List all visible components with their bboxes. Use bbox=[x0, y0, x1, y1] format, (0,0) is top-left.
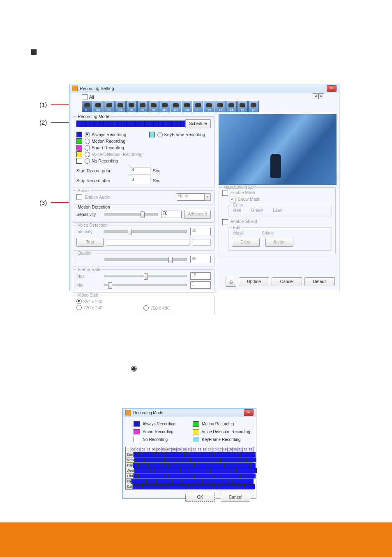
start-prior-label: Start Record prior bbox=[76, 168, 130, 173]
titlebar[interactable]: Recording Setting ✕ bbox=[69, 84, 339, 93]
color-blue: Blue bbox=[271, 208, 281, 213]
day-bar bbox=[76, 121, 185, 127]
enable-shield-checkbox bbox=[222, 219, 228, 225]
mode-keyframe[interactable]: KeyFrame Recording bbox=[149, 132, 211, 137]
all-checkbox[interactable] bbox=[82, 94, 88, 100]
annotation-2: (2) bbox=[39, 119, 47, 126]
camera-08[interactable]: 08 bbox=[159, 101, 170, 112]
enable-mask-checkbox bbox=[222, 190, 228, 196]
stop-after-label: Stop Record after bbox=[76, 178, 130, 183]
quality-slider bbox=[104, 258, 187, 261]
cancel-button[interactable]: Cancel bbox=[272, 277, 302, 286]
dropdown-arrow-icon: ▾ bbox=[204, 193, 211, 201]
intensity-value: 30 bbox=[190, 228, 211, 235]
edit-shield: Shield bbox=[260, 230, 274, 235]
recording-setting-dialog: Recording Setting ✕ All ◂▸ 0102030405060… bbox=[69, 84, 339, 291]
camera-04[interactable]: 04 bbox=[115, 101, 126, 112]
sched-title: Recording Mode bbox=[133, 411, 163, 415]
mode-no[interactable]: No Recording bbox=[76, 158, 149, 164]
intensity-slider bbox=[104, 230, 187, 233]
mask-shield-group: Mask/Shield Edit Enable Mask Show Mask C… bbox=[219, 187, 336, 254]
edit-mask: Mask bbox=[232, 230, 244, 235]
audio-group: Audio Enable Audio None ▾ bbox=[73, 190, 214, 204]
window-title: Recording Setting bbox=[80, 86, 114, 91]
clear-button: Clear bbox=[232, 238, 260, 247]
show-mask-checkbox bbox=[230, 197, 235, 202]
sched-titlebar[interactable]: Recording Mode ✕ bbox=[123, 408, 256, 417]
voice-level-meter bbox=[107, 239, 189, 246]
camera-09[interactable]: 09 bbox=[171, 101, 181, 112]
motion-detection-group: Motion Detection Sensitivity 70 Advanced bbox=[73, 207, 214, 223]
mode-always[interactable]: Always Recording bbox=[76, 132, 149, 137]
voice-detection-group: Voice Detection Intensity 30 Test bbox=[73, 225, 214, 251]
default-button[interactable]: Default bbox=[304, 277, 335, 286]
mode-voice: Voice Detection Recording bbox=[76, 151, 149, 157]
test-button: Test bbox=[76, 238, 104, 247]
sched-close-button[interactable]: ✕ bbox=[244, 409, 254, 416]
recording-mode-legend: Recording Mode bbox=[76, 114, 111, 119]
camera-02[interactable]: 02 bbox=[93, 101, 104, 112]
camera-14[interactable]: 14 bbox=[226, 101, 237, 112]
recording-mode-group: Recording Mode Schedule Always Recording… bbox=[73, 116, 214, 188]
mode-motion[interactable]: Motion Recording bbox=[76, 138, 149, 144]
color-red: Red bbox=[232, 208, 241, 213]
camera-03[interactable]: 03 bbox=[104, 101, 115, 112]
app-icon bbox=[125, 410, 131, 415]
sched-cancel-button[interactable]: Cancel bbox=[221, 493, 250, 502]
sensitivity-slider[interactable] bbox=[104, 213, 158, 216]
sched-ok-button[interactable]: OK bbox=[185, 493, 215, 502]
camera-12[interactable]: 12 bbox=[204, 101, 214, 112]
quality-value: 80 bbox=[190, 256, 211, 263]
update-button[interactable]: Update bbox=[239, 277, 269, 286]
mode-smart[interactable]: Smart Recording bbox=[76, 145, 149, 151]
page-footer bbox=[0, 522, 392, 557]
camera-10[interactable]: 10 bbox=[182, 101, 192, 112]
advanced-button[interactable]: Advanced bbox=[184, 210, 211, 219]
close-button[interactable]: ✕ bbox=[327, 85, 337, 92]
save-file-icon[interactable]: ⎙ bbox=[226, 277, 236, 287]
camera-01[interactable]: 01 bbox=[82, 101, 92, 112]
enable-audio-checkbox bbox=[76, 194, 82, 200]
sched-legend: Always RecordingMotion RecordingSmart Re… bbox=[123, 417, 256, 445]
annotation-1: (1) bbox=[39, 101, 47, 108]
all-label: All bbox=[89, 95, 94, 100]
start-prior-input[interactable]: 3 bbox=[130, 167, 150, 174]
camera-05[interactable]: 05 bbox=[126, 101, 137, 112]
video-size-group: Video Size 352 x 240 720 x 240 720 x 480 bbox=[73, 295, 214, 315]
camera-15[interactable]: 15 bbox=[237, 101, 248, 112]
camera-16[interactable]: 16 bbox=[248, 101, 259, 112]
sensitivity-value[interactable]: 70 bbox=[161, 211, 182, 218]
color-green: Green bbox=[249, 208, 263, 213]
recording-mode-schedule-dialog: Recording Mode ✕ Always RecordingMotion … bbox=[122, 408, 256, 499]
fps-max-slider bbox=[104, 275, 187, 277]
app-icon bbox=[72, 86, 78, 91]
fps-max-value: 15 bbox=[190, 272, 211, 280]
stop-after-input[interactable]: 3 bbox=[130, 177, 150, 184]
camera-11[interactable]: 11 bbox=[193, 101, 203, 112]
camera-07[interactable]: 07 bbox=[148, 101, 159, 112]
voice-level-value bbox=[193, 239, 211, 246]
fps-min-value: 1 bbox=[190, 281, 211, 289]
audio-device-select: None bbox=[177, 193, 205, 201]
fps-min-slider bbox=[104, 284, 187, 286]
camera-13[interactable]: 13 bbox=[215, 101, 226, 112]
camera-scroll[interactable]: ◂▸ bbox=[313, 93, 324, 99]
quality-group: Quality 80 bbox=[73, 253, 214, 267]
camera-selector[interactable]: 01020304050607080910111213141516 bbox=[69, 101, 339, 113]
radio-symbol: ◉ bbox=[131, 364, 137, 373]
camera-06[interactable]: 06 bbox=[137, 101, 148, 112]
frame-rate-group: Frame Rate Max 15 Min 1 bbox=[73, 269, 214, 292]
section-bullet bbox=[31, 49, 37, 55]
schedule-button[interactable]: Schedule bbox=[185, 119, 211, 128]
annotation-3: (3) bbox=[39, 199, 47, 206]
preview-pane bbox=[219, 114, 337, 185]
schedule-grid[interactable]: 0001020304050607080910111213141516171819… bbox=[125, 447, 254, 490]
invert-button: Invert bbox=[265, 238, 293, 247]
